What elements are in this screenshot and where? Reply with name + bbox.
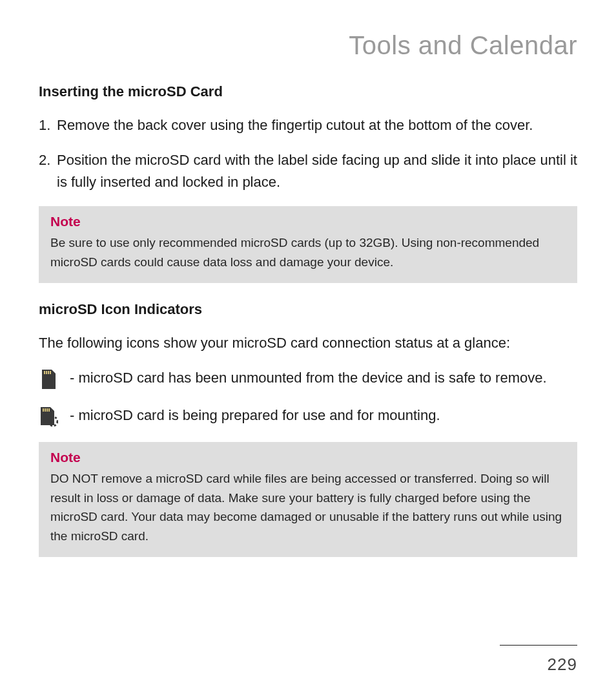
indicators-intro: The following icons show your microSD ca… [39, 332, 577, 354]
section-heading-inserting: Inserting the microSD Card [39, 83, 577, 100]
svg-rect-5 [45, 408, 46, 412]
sd-unmounted-icon [39, 368, 58, 390]
indicator-desc-preparing: - microSD card is being prepared for use… [70, 405, 577, 426]
svg-rect-7 [48, 408, 50, 412]
indicator-row-preparing: - microSD card is being prepared for use… [39, 405, 577, 428]
step-2: 2. Position the microSD card with the la… [39, 149, 577, 193]
svg-rect-4 [43, 408, 44, 412]
section-heading-indicators: microSD Icon Indicators [39, 301, 577, 318]
note-label: Note [50, 450, 566, 465]
note-body: DO NOT remove a microSD card while files… [50, 469, 566, 545]
step-number: 2. [39, 149, 57, 193]
indicator-desc-unmounted: - microSD card has been unmounted from t… [70, 367, 577, 388]
indicator-row-unmounted: - microSD card has been unmounted from t… [39, 367, 577, 390]
svg-rect-3 [50, 371, 51, 374]
footer-rule [500, 645, 577, 646]
svg-rect-2 [48, 371, 49, 374]
step-text: Position the microSD card with the label… [57, 149, 577, 193]
page-footer: 229 [500, 645, 577, 675]
svg-rect-6 [46, 408, 48, 412]
svg-rect-1 [46, 371, 47, 374]
sd-preparing-icon [39, 406, 58, 428]
note-box-1: Note Be sure to use only recommended mic… [39, 206, 577, 283]
step-text: Remove the back cover using the fingerti… [57, 114, 577, 136]
page-title: Tools and Calendar [39, 31, 577, 60]
note-label: Note [50, 214, 566, 229]
page-number: 229 [500, 655, 577, 675]
note-body: Be sure to use only recommended microSD … [50, 233, 566, 271]
note-box-2: Note DO NOT remove a microSD card while … [39, 442, 577, 557]
svg-rect-0 [44, 371, 45, 374]
step-number: 1. [39, 114, 57, 136]
step-1: 1. Remove the back cover using the finge… [39, 114, 577, 136]
